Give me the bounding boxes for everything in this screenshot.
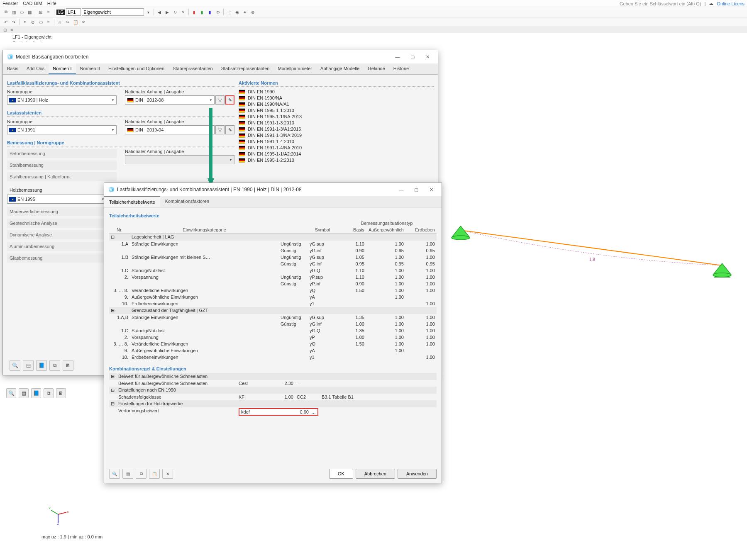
close-button[interactable]: ✕ (425, 185, 437, 194)
combo-en1990[interactable]: EN 1990 | Holz ▼ (7, 95, 117, 105)
table-row[interactable]: 1.CStändig/NutzlastγG,Q1.101.001.00 (109, 267, 437, 274)
table-group[interactable]: ⊟Grenzzustand der Tragfähigkeit | GZT (109, 307, 437, 314)
safety-factors-table[interactable]: Bemessungssituationstyp Nr. Einwirkungsk… (109, 220, 437, 360)
toolbar-icon[interactable]: ▭ (18, 9, 25, 15)
table-row[interactable]: 9.Außergewöhnliche EinwirkungenγA1.00 (109, 347, 437, 354)
search-icon[interactable]: 🔍 (109, 469, 120, 479)
table-row[interactable]: 1.AStändige EinwirkungenUngünstigγG,sup1… (109, 241, 437, 247)
table-row[interactable]: 1.A,BStändige EinwirkungenUngünstigγG,su… (109, 314, 437, 321)
book-icon[interactable]: 📘 (31, 388, 41, 398)
minimize-button[interactable]: — (391, 53, 404, 61)
combo-din2012[interactable]: DIN | 2012-08 ▼ (125, 95, 215, 105)
table-row[interactable]: 10.Erdbebeneinwirkungenγ11.00 (109, 300, 437, 307)
norm-item[interactable]: DIN EN 1991-1-4/NA:2010 (239, 145, 434, 150)
menu-hilfe[interactable]: Hilfe (47, 1, 56, 6)
tab-teilsicherheit[interactable]: Teilsicherheitsbeiwerte (104, 196, 160, 207)
toolbar-icon[interactable]: ▮ (191, 9, 198, 15)
toolbar-icon[interactable]: ▶ (164, 9, 171, 15)
dialog1-tab[interactable]: Stabsatzrepräsentanten (217, 63, 274, 74)
dialog1-tab[interactable]: Normen II (76, 63, 104, 74)
group-en1990[interactable]: Einstellungen nach EN 1990 (117, 387, 437, 394)
cell-cc[interactable]: CC2 (295, 394, 320, 400)
dialog1-tab[interactable]: Basis (3, 63, 22, 74)
close-tab-icon[interactable]: ⊡ (3, 28, 7, 32)
toolbar-icon[interactable]: ⚙ (215, 9, 221, 15)
list-icon[interactable]: ▤ (122, 469, 133, 479)
table-row[interactable]: 2.VorspannungUngünstigγP,sup1.101.001.00 (109, 274, 437, 280)
search-icon[interactable]: 🔍 (6, 388, 16, 398)
copy-icon[interactable]: ⧉ (44, 388, 54, 398)
toolbar-icon[interactable]: ⬚ (226, 9, 232, 15)
menu-cadbim[interactable]: CAD-BIM (23, 1, 42, 6)
edit-norm-button[interactable]: ✎ (225, 95, 234, 105)
minimize-button[interactable]: — (395, 185, 408, 194)
settings-table[interactable]: ⊟Beiwert für außergewöhnliche Schneelast… (109, 373, 437, 416)
toolbar-icon[interactable]: ⊞ (37, 9, 44, 15)
search-icon[interactable]: 🔍 (10, 360, 20, 371)
toolbar-icon[interactable]: ▮ (207, 9, 213, 15)
norm-item[interactable]: DIN EN 1991-1-3:2010 (239, 120, 434, 125)
list-icon[interactable]: ▤ (23, 360, 34, 371)
edit-button[interactable]: ✎ (225, 125, 234, 134)
toolbar-icon[interactable]: ▥ (10, 9, 17, 15)
copy-icon[interactable]: ⧉ (136, 469, 146, 479)
toolbar-icon[interactable]: 📋 (72, 19, 79, 25)
book-icon[interactable]: 📘 (36, 360, 47, 371)
norm-item[interactable]: DIN EN 1991-1-4:2010 (239, 139, 434, 144)
toolbar-icon[interactable]: ✂ (64, 19, 71, 25)
norm-item[interactable]: DIN EN 1991-1-3/A1:2015 (239, 127, 434, 131)
caret-down-icon[interactable]: ▾ (145, 9, 151, 15)
toolbar-icon[interactable]: ≡ (45, 19, 52, 25)
apply-button[interactable]: Anwenden (398, 469, 437, 479)
table-row[interactable]: GünstigγG,inf0.950.950.95 (109, 261, 437, 267)
dialog1-titlebar[interactable]: 🧊 Modell-Basisangaben bearbeiten — ▢ ✕ (3, 50, 438, 63)
dialog2-titlebar[interactable]: 🧊 Lastfallklassifizierungs- und Kombinat… (104, 183, 442, 196)
dialog1-tab[interactable]: Modellparameter (274, 63, 317, 74)
toolbar-icon[interactable]: ▦ (26, 9, 33, 15)
copy-icon[interactable]: ⧉ (49, 360, 60, 371)
table-row[interactable]: GünstigγG,inf0.900.950.95 (109, 247, 437, 254)
combo-din2019[interactable]: DIN | 2019-04 ▼ (125, 125, 215, 134)
cell-val[interactable]: 1.00 (266, 394, 295, 400)
kdef-more[interactable]: … (311, 409, 316, 414)
table-row[interactable]: 1.BStändige Einwirkungen mit kleinen S…U… (109, 254, 437, 261)
table-row[interactable]: 10.Erdbebeneinwirkungenγ11.00 (109, 354, 437, 360)
cell-val[interactable]: 2.30 (266, 380, 295, 387)
table-row[interactable]: GünstigγP,inf0.901.001.00 (109, 280, 437, 287)
online-license[interactable]: Online Licens (717, 1, 745, 6)
maximize-button[interactable]: ▢ (406, 53, 419, 61)
dialog1-tab[interactable]: Normen I (49, 63, 76, 74)
norm-item[interactable]: DIN EN 1990 (239, 89, 434, 94)
toolbar-icon[interactable]: ◉ (234, 9, 240, 15)
dialog1-tab[interactable]: Abhängige Modelle (316, 63, 364, 74)
lc-code-input[interactable] (66, 8, 81, 16)
toolbar-icon[interactable]: ⧉ (2, 9, 9, 15)
list-icon[interactable]: ▤ (19, 388, 29, 398)
toolbar-icon[interactable]: ⊙ (29, 19, 36, 25)
filter-button[interactable]: ▽ (215, 125, 225, 134)
toolbar-icon[interactable]: ▭ (37, 19, 44, 25)
kdef-value[interactable]: 0.60 (300, 409, 309, 414)
dialog1-tab[interactable]: Add-Ons (22, 63, 49, 74)
toolbar-icon[interactable]: ↻ (172, 9, 178, 15)
table-row[interactable]: 1.CStändig/NutzlastγG,Q1.351.001.00 (109, 327, 437, 334)
keyword-placeholder[interactable]: Geben Sie ein Schlüsselwort ein (Alt+Q) (620, 1, 701, 6)
cancel-button[interactable]: Abbrechen (356, 469, 395, 479)
design-category[interactable]: Betonbemessung (7, 149, 117, 158)
combo-en1995[interactable]: EN 1995 ▼ (7, 195, 107, 204)
toolbar-icon[interactable]: ≡ (45, 9, 52, 15)
toolbar-icon[interactable]: ✕ (80, 19, 87, 25)
dialog1-tabs[interactable]: BasisAdd-OnsNormen INormen IIEinstellung… (3, 63, 438, 75)
dialog1-tab[interactable]: Historie (389, 63, 413, 74)
norm-item[interactable]: DIN EN 1995-1-1:2010 (239, 108, 434, 113)
norm-item[interactable]: DIN EN 1995-1-1/NA:2013 (239, 114, 434, 119)
delete-icon[interactable]: ✕ (162, 469, 173, 479)
maximize-button[interactable]: ▢ (410, 185, 422, 194)
doc-icon[interactable]: 🗎 (56, 388, 66, 398)
combo-en1991[interactable]: EN 1991 ▼ (7, 125, 117, 134)
ok-button[interactable]: OK (329, 469, 353, 479)
close-icon[interactable]: ✕ (10, 28, 13, 32)
norm-item[interactable]: DIN EN 1991-1-3/NA:2019 (239, 133, 434, 138)
lc-name-input[interactable] (82, 8, 144, 16)
design-category[interactable]: Stahlbemessung (7, 161, 117, 170)
